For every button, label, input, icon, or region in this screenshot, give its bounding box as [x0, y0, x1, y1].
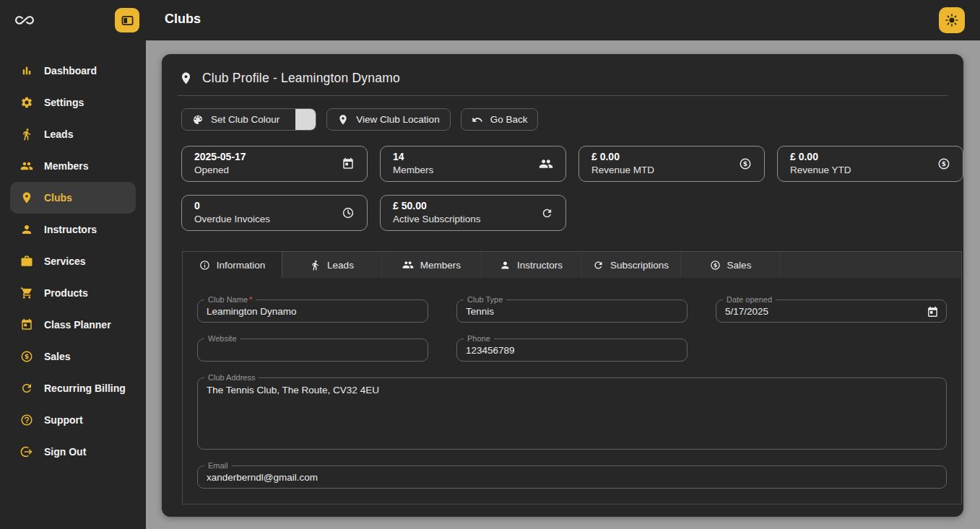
sidebar-item-sign-out[interactable]: Sign Out [10, 436, 136, 468]
stat-label: Opened [194, 164, 246, 177]
refresh-icon [20, 382, 33, 395]
sidebar-item-label: Clubs [44, 192, 72, 204]
clock-icon [342, 206, 355, 219]
tab-label: Members [420, 260, 461, 271]
stat-value: £ 0.00 [790, 150, 851, 164]
sidebar-item-clubs[interactable]: Clubs [10, 182, 136, 214]
stat-overdue-invoices: 0Overdue Invoices [181, 195, 368, 231]
briefcase-icon [20, 255, 33, 268]
date-opened-field: Date opened [716, 300, 947, 323]
sidebar-item-label: Settings [44, 97, 84, 108]
tab-label: Instructors [517, 260, 563, 271]
sidebar-item-label: Services [44, 255, 86, 267]
phone-label: Phone [464, 333, 494, 344]
sidebar-item-label: Dashboard [44, 65, 97, 76]
phone-field: Phone [456, 338, 688, 362]
undo-icon [472, 114, 483, 126]
dollar-coin-icon [739, 157, 752, 170]
stat-value: £ 0.00 [591, 150, 654, 164]
email-field: Email [197, 465, 947, 489]
runner-icon [20, 128, 33, 141]
club-profile-header: Club Profile - Leamington Dynamo [172, 64, 953, 86]
sidebar-item-settings[interactable]: Settings [10, 87, 136, 118]
sidebar-item-label: Members [44, 160, 88, 172]
map-pin-icon [20, 191, 33, 204]
club-type-field: Club Type [456, 300, 688, 323]
stat-label: Overdue Invoices [194, 213, 270, 226]
sidebar-item-products[interactable]: Products [10, 277, 136, 309]
person-icon [500, 260, 511, 271]
go-back-label: Go Back [490, 114, 528, 125]
grid-spacer [716, 338, 947, 362]
website-field: Website [197, 338, 428, 362]
sidebar-item-recurring-billing[interactable]: Recurring Billing [10, 372, 136, 404]
people-icon [402, 259, 414, 271]
sidebar: Dashboard Settings Leads Members Clubs I… [0, 40, 146, 529]
stat-value: 14 [393, 150, 433, 164]
club-address-label: Club Address [204, 372, 259, 382]
sidebar-item-class-planner[interactable]: Class Planner [10, 309, 136, 341]
club-name-label: Club Name* [204, 294, 256, 305]
dollar-coin-icon [20, 350, 33, 363]
sidebar-item-leads[interactable]: Leads [10, 118, 136, 150]
stat-label: Revenue MTD [591, 164, 654, 177]
view-club-location-label: View Club Location [356, 114, 439, 125]
sidebar-toggle-button[interactable] [115, 8, 139, 32]
people-icon [20, 159, 33, 172]
club-address-field: Club Address The Tennis Club, The Route,… [197, 377, 947, 450]
website-label: Website [204, 333, 240, 344]
club-type-label: Club Type [464, 294, 506, 305]
go-back-button[interactable]: Go Back [461, 108, 539, 131]
club-name-field: Club Name* [197, 300, 428, 323]
tab-information[interactable]: Information [183, 252, 282, 278]
set-club-colour-button[interactable]: Set Club Colour [181, 108, 316, 131]
sun-icon [945, 13, 959, 27]
club-detail-panel: Information Leads Members Instructors Su… [182, 251, 962, 504]
app-logo-infinity-icon [14, 11, 35, 30]
club-profile-card: Club Profile - Leamington Dynamo Set Clu… [162, 54, 963, 517]
required-asterisk: * [249, 295, 252, 304]
tab-leads[interactable]: Leads [282, 252, 382, 278]
club-profile-title: Club Profile - Leamington Dynamo [202, 71, 400, 86]
stats-grid: 2025-05-17Opened 14Members £ 0.00Revenue… [181, 146, 963, 231]
header-divider [178, 95, 948, 96]
email-input[interactable] [198, 466, 946, 488]
person-icon [20, 223, 33, 236]
sidebar-item-instructors[interactable]: Instructors [10, 214, 136, 245]
tab-sales[interactable]: Sales [681, 252, 781, 278]
map-pin-icon [179, 71, 193, 85]
tab-instructors[interactable]: Instructors [482, 252, 581, 278]
stat-revenue-mtd: £ 0.00Revenue MTD [578, 146, 765, 182]
set-club-colour-label: Set Club Colour [211, 114, 279, 125]
dollar-coin-icon [937, 157, 950, 170]
dollar-coin-icon [710, 260, 721, 271]
tab-bar: Information Leads Members Instructors Su… [183, 252, 961, 278]
tab-label: Information [217, 260, 266, 271]
bar-chart-icon [20, 64, 33, 77]
view-club-location-button[interactable]: View Club Location [326, 108, 450, 131]
tab-subscriptions[interactable]: Subscriptions [581, 252, 681, 278]
club-colour-swatch[interactable] [295, 108, 316, 131]
sidebar-item-members[interactable]: Members [10, 150, 136, 182]
tab-label: Subscriptions [610, 260, 669, 271]
palette-icon [192, 114, 204, 126]
help-circle-icon [20, 414, 33, 427]
stat-value: 2025-05-17 [194, 150, 246, 164]
sidebar-item-label: Sign Out [44, 446, 86, 458]
sidebar-item-label: Support [44, 414, 83, 426]
date-picker-calendar-icon[interactable] [927, 305, 939, 318]
theme-toggle-button[interactable] [939, 7, 965, 33]
calendar-icon [342, 157, 355, 170]
sidebar-item-label: Products [44, 287, 88, 299]
info-circle-icon [199, 260, 210, 271]
tab-members[interactable]: Members [382, 252, 482, 278]
sidebar-item-support[interactable]: Support [10, 404, 136, 436]
sidebar-item-services[interactable]: Services [10, 245, 136, 277]
sidebar-item-sales[interactable]: Sales [10, 341, 136, 372]
sidebar-item-dashboard[interactable]: Dashboard [10, 55, 136, 87]
stat-members: 14Members [380, 146, 566, 182]
email-label: Email [204, 460, 232, 471]
gear-icon [20, 96, 33, 109]
club-address-textarea[interactable]: The Tennis Club, The Route, CV32 4EU [198, 378, 946, 449]
stat-label: Active Subscriptions [393, 213, 481, 226]
